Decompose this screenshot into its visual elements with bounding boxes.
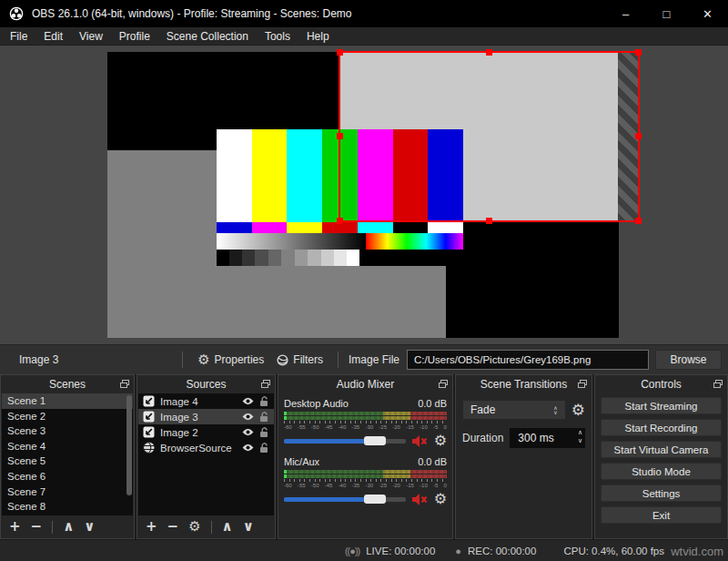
controls-dock-header[interactable]: Controls bbox=[595, 375, 727, 393]
start-virtual-camera-button[interactable]: Start Virtual Camera bbox=[601, 441, 722, 458]
scene-list-scrollbar[interactable] bbox=[126, 395, 132, 495]
preview-area[interactable] bbox=[0, 46, 728, 344]
image-icon bbox=[143, 426, 155, 438]
duration-decrement[interactable]: ∨ bbox=[578, 437, 582, 445]
add-source-button[interactable]: + bbox=[146, 520, 157, 534]
audio-mixer-dock-header[interactable]: Audio Mixer bbox=[278, 375, 452, 393]
source-row[interactable]: BrowserSource bbox=[138, 440, 274, 455]
resize-handle-middle-right[interactable] bbox=[635, 133, 642, 139]
move-source-up-button[interactable]: ∧ bbox=[222, 520, 233, 534]
maximize-button[interactable]: □ bbox=[646, 0, 687, 27]
volume-slider-handle[interactable] bbox=[364, 436, 386, 445]
visibility-eye-icon[interactable] bbox=[242, 444, 254, 452]
resize-handle-bottom-center[interactable] bbox=[486, 218, 492, 224]
move-scene-up-button[interactable]: ∧ bbox=[63, 520, 74, 534]
menu-file[interactable]: File bbox=[2, 28, 35, 45]
close-button[interactable]: ✕ bbox=[687, 0, 728, 27]
scenes-dock-header[interactable]: Scenes bbox=[1, 375, 134, 393]
title-bar: OBS 26.1.0 (64-bit, windows) - Profile: … bbox=[0, 0, 728, 27]
selection-bounding-box[interactable] bbox=[339, 51, 640, 222]
studio-mode-button[interactable]: Studio Mode bbox=[601, 463, 722, 480]
globe-icon bbox=[143, 442, 155, 454]
start-streaming-button[interactable]: Start Streaming bbox=[601, 397, 722, 414]
add-scene-button[interactable]: + bbox=[9, 520, 21, 534]
scene-list-item[interactable]: Scene 7 bbox=[2, 484, 133, 500]
resize-handle-top-center[interactable] bbox=[486, 49, 492, 56]
watermark: wtvid.com bbox=[671, 545, 723, 558]
scene-list-item[interactable]: Scene 2 bbox=[2, 409, 133, 424]
combo-arrows-icon: ∧∨ bbox=[553, 405, 557, 414]
popout-icon[interactable] bbox=[261, 380, 270, 388]
properties-button[interactable]: ⚙ Properties bbox=[191, 351, 270, 370]
mute-button[interactable] bbox=[412, 494, 428, 505]
settings-button[interactable]: Settings bbox=[601, 484, 722, 502]
image-file-input[interactable] bbox=[407, 350, 649, 370]
channel-settings-gear-icon[interactable]: ⚙ bbox=[434, 492, 447, 506]
unlock-icon[interactable] bbox=[259, 443, 269, 454]
transition-settings-gear-icon[interactable]: ⚙ bbox=[571, 403, 585, 418]
menu-profile[interactable]: Profile bbox=[111, 28, 158, 45]
scene-list-item[interactable]: Scene 6 bbox=[2, 469, 133, 484]
scene-list: Scene 1 Scene 2 Scene 3 Scene 4 Scene 5 … bbox=[2, 393, 133, 515]
channel-settings-gear-icon[interactable]: ⚙ bbox=[434, 434, 447, 448]
remove-source-button[interactable]: − bbox=[167, 520, 179, 534]
start-recording-button[interactable]: Start Recording bbox=[601, 419, 722, 436]
scene-list-item[interactable]: Scene 4 bbox=[2, 439, 133, 454]
popout-icon[interactable] bbox=[439, 380, 448, 388]
menu-help[interactable]: Help bbox=[298, 28, 338, 45]
properties-label: Properties bbox=[215, 353, 265, 366]
filters-button[interactable]: Filters bbox=[270, 351, 329, 369]
scene-list-item[interactable]: Scene 8 bbox=[2, 499, 133, 515]
menu-scene-collection[interactable]: Scene Collection bbox=[158, 28, 257, 45]
transition-select[interactable]: Fade ∧∨ bbox=[462, 400, 566, 420]
step-wedge-row bbox=[217, 250, 463, 266]
resize-handle-bottom-left[interactable] bbox=[337, 218, 343, 224]
minimize-button[interactable]: – bbox=[605, 0, 646, 27]
popout-icon[interactable] bbox=[120, 380, 129, 388]
exit-button[interactable]: Exit bbox=[601, 506, 722, 524]
source-row[interactable]: Image 2 bbox=[138, 424, 274, 440]
toolbar-separator bbox=[338, 352, 339, 368]
menu-view[interactable]: View bbox=[71, 28, 111, 45]
source-row-selected[interactable]: Image 3 bbox=[138, 409, 274, 424]
volume-slider[interactable] bbox=[284, 497, 406, 502]
duration-spinbox[interactable]: 300 ms ∧ ∨ bbox=[510, 428, 585, 448]
volume-meter: -60-55-50-45-40-35-30-25-20-15-10-50 bbox=[284, 470, 447, 489]
scene-list-item[interactable]: Scene 1 bbox=[2, 393, 133, 409]
unlock-icon[interactable] bbox=[259, 396, 269, 407]
scene-list-item[interactable]: Scene 5 bbox=[2, 454, 133, 469]
popout-icon[interactable] bbox=[578, 380, 587, 388]
mute-button[interactable] bbox=[412, 435, 428, 447]
channel-name: Desktop Audio bbox=[284, 398, 349, 409]
move-scene-down-button[interactable]: ∨ bbox=[84, 520, 95, 534]
resize-handle-top-left[interactable] bbox=[337, 49, 343, 56]
popout-icon[interactable] bbox=[713, 380, 723, 388]
resize-handle-bottom-right[interactable] bbox=[635, 218, 642, 224]
browse-button[interactable]: Browse bbox=[655, 350, 722, 370]
remove-scene-button[interactable]: − bbox=[31, 520, 43, 534]
source-row[interactable]: Image 4 bbox=[138, 393, 274, 409]
move-source-down-button[interactable]: ∨ bbox=[243, 520, 254, 534]
visibility-eye-icon[interactable] bbox=[242, 397, 254, 405]
gear-icon: ⚙ bbox=[197, 353, 209, 367]
resize-handle-top-right[interactable] bbox=[635, 49, 642, 56]
resize-handle-middle-left[interactable] bbox=[337, 133, 343, 139]
source-name: Image 4 bbox=[160, 396, 237, 407]
source-properties-button[interactable]: ⚙ bbox=[188, 520, 200, 534]
channel-level: 0.0 dB bbox=[418, 456, 447, 467]
scene-transitions-dock-header[interactable]: Scene Transitions bbox=[456, 375, 592, 393]
unlock-icon[interactable] bbox=[259, 427, 269, 438]
volume-slider[interactable] bbox=[284, 439, 406, 444]
visibility-eye-icon[interactable] bbox=[242, 428, 254, 436]
toolbar-separator bbox=[182, 352, 183, 368]
menu-tools[interactable]: Tools bbox=[257, 28, 298, 45]
muted-speaker-icon bbox=[412, 435, 428, 447]
filters-label: Filters bbox=[293, 353, 323, 366]
duration-increment[interactable]: ∧ bbox=[578, 429, 582, 437]
menu-edit[interactable]: Edit bbox=[35, 28, 71, 45]
volume-slider-handle[interactable] bbox=[364, 495, 386, 504]
sources-dock-header[interactable]: Sources bbox=[137, 375, 275, 393]
scene-list-item[interactable]: Scene 3 bbox=[2, 423, 133, 439]
unlock-icon[interactable] bbox=[259, 412, 269, 423]
visibility-eye-icon[interactable] bbox=[242, 413, 254, 421]
